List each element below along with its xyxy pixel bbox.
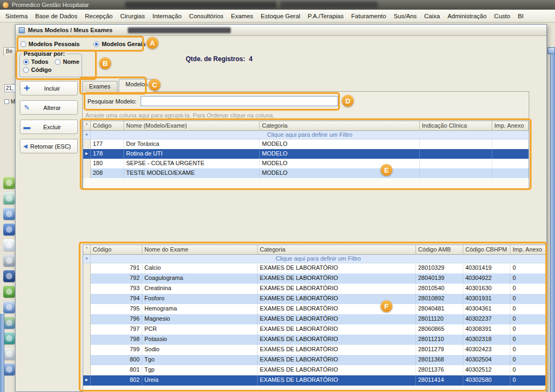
table-row[interactable]: 791CalcioEXAMES DE LABORATÓRIO2801032940… [83, 263, 546, 273]
world-mail-icon[interactable] [3, 332, 15, 344]
users-icon[interactable] [3, 317, 15, 329]
row-indicator [83, 139, 91, 149]
globe-green-icon[interactable] [3, 286, 15, 298]
table-row[interactable]: ▸802UreiaEXAMES DE LABORATÓRIO2801141440… [83, 375, 546, 386]
tab-exames[interactable]: Exames [82, 81, 118, 92]
globe-dark-icon[interactable] [3, 270, 15, 282]
table-row[interactable]: 208TESTE MODELO/EXAMEMODELO [83, 168, 529, 178]
cell: 0 [510, 345, 546, 355]
radio-selected-icon[interactable] [23, 59, 29, 65]
table-row[interactable]: 801TgpEXAMES DE LABORATÓRIO2801137640302… [83, 365, 546, 375]
retornar-button[interactable]: ◄ Retornar (ESC) [20, 139, 78, 153]
table-row[interactable]: 180SEPSE - COLETA URGENTEMODELO [83, 159, 529, 168]
cell: 40302318 [463, 335, 510, 345]
button-label: Retornar (ESC) [30, 143, 77, 150]
menu-item-sus-ans[interactable]: Sus/Ans [390, 11, 420, 21]
cell: 0 [510, 355, 546, 365]
background-field-fragment[interactable]: 21, [4, 84, 16, 92]
column-header-codigo[interactable]: Código [91, 245, 142, 255]
column-header-nome[interactable]: Nome (Modelo/Exame) [124, 121, 260, 131]
table-row[interactable]: 796MagnesioEXAMES DE LABORATÓRIO28011120… [83, 314, 546, 324]
window-header[interactable]: Meus Modelos / Meus Exames [16, 25, 546, 36]
cell: 794 [91, 294, 142, 304]
menu-item-bi[interactable]: BI [514, 11, 528, 21]
menu-item-administracao[interactable]: Administração [444, 11, 491, 21]
table-row[interactable]: 799SodioEXAMES DE LABORATÓRIO28011279403… [83, 345, 546, 355]
column-header-categoria[interactable]: Categoria [260, 121, 420, 131]
cell: 40304361 [463, 304, 510, 314]
menu-item-exames[interactable]: Exames [227, 11, 257, 21]
radio-selected-icon[interactable] [93, 41, 99, 47]
radio-nome[interactable]: Nome [55, 58, 79, 65]
column-header-codigo-cbhpm[interactable]: Código CBHPM [463, 245, 510, 255]
patient-icon[interactable] [3, 208, 15, 220]
menu-item-caixa[interactable]: Caixa [420, 11, 443, 21]
button-label: Incluir [33, 85, 77, 92]
cell: Tgp [142, 365, 258, 375]
pencil-icon[interactable] [3, 301, 15, 313]
menu-item-pa-terapias[interactable]: P.A./Terapias [304, 11, 347, 21]
herb-icon[interactable] [3, 177, 15, 189]
exams-table-body: 791CalcioEXAMES DE LABORATÓRIO2801032940… [83, 263, 546, 386]
column-header-categoria[interactable]: Categoria [258, 245, 416, 255]
right-scrollbar-strip[interactable] [550, 47, 555, 392]
table-row[interactable]: 798PotassioEXAMES DE LABORATÓRIO28011210… [83, 335, 546, 345]
background-tab-fragment[interactable]: Be [3, 47, 16, 56]
column-header-imp-anexo[interactable]: Imp. Anexo [510, 245, 546, 255]
menu-item-consultorios[interactable]: Consultórios [185, 11, 227, 21]
incluir-button[interactable]: ✚ Incluir [20, 81, 78, 95]
search-model-input[interactable] [141, 96, 338, 106]
filter-row[interactable]: ▼ Clique aqui para definir um Filtro [83, 131, 529, 139]
document-edit-icon[interactable] [3, 348, 15, 360]
menu-item-faturamento[interactable]: Faturamento [347, 11, 390, 21]
table-row[interactable]: 793CreatininaEXAMES DE LABORATÓRIO280105… [83, 284, 546, 294]
cell: 40302237 [463, 314, 510, 324]
column-header-imp-anexo[interactable]: Imp. Anexo [492, 121, 529, 131]
column-header-nome-do-exame[interactable]: Nome do Exame [142, 245, 258, 255]
table-row[interactable]: 800TgoEXAMES DE LABORATÓRIO2801136840302… [83, 355, 546, 365]
user-search-icon[interactable] [3, 364, 15, 375]
table-row[interactable]: 792CoagulogramaEXAMES DE LABORATÓRIO2804… [83, 273, 546, 284]
radio-icon[interactable] [55, 59, 61, 65]
checkbox-icon[interactable] [4, 99, 9, 104]
table-row[interactable]: ▸178Rotina de UTIMODELO [83, 149, 529, 159]
table-row[interactable]: 794FosforoEXAMES DE LABORATÓRIO280108924… [83, 294, 546, 304]
cell: EXAMES DE LABORATÓRIO [258, 355, 416, 365]
radio-modelos-gerais[interactable]: Modelos Gerais [93, 41, 145, 47]
redacted-text [280, 2, 378, 8]
checklist-icon[interactable] [3, 239, 15, 251]
background-checkbox-fragment[interactable]: M [4, 99, 15, 105]
cell: 28011279 [416, 345, 463, 355]
table-row[interactable]: 795HemogramaEXAMES DE LABORATÓRIO2804048… [83, 304, 546, 314]
cell: SEPSE - COLETA URGENTE [124, 159, 260, 168]
column-header-codigo-amb[interactable]: Código AMB [416, 245, 463, 255]
radio-codigo[interactable]: Código [23, 66, 52, 73]
exams-table-header: * Código Nome do Exame Categoria Código … [83, 245, 546, 255]
radio-icon[interactable] [20, 41, 26, 47]
doctor-icon[interactable] [3, 193, 15, 204]
menu-item-sistema[interactable]: Sistema [2, 11, 32, 21]
filter-row[interactable]: ▼ Clique aqui para definir um Filtro [83, 255, 546, 263]
column-header-codigo[interactable]: Código [91, 121, 124, 131]
record-indicator-column-header[interactable]: * [83, 121, 91, 131]
menu-item-cirurgias[interactable]: Cirurgias [116, 11, 149, 21]
excluir-button[interactable]: ▬ Excluir [20, 120, 78, 134]
menu-item-base-de-dados[interactable]: Base de Dados [32, 11, 82, 21]
row-indicator [83, 324, 91, 335]
menu-item-internacao[interactable]: Internação [149, 11, 185, 21]
menu-item-custo[interactable]: Custo [491, 11, 514, 21]
scrollbar-up-button[interactable] [547, 47, 555, 54]
menu-item-recepcao[interactable]: Recepção [81, 11, 116, 21]
cell: Dor Toráxica [124, 139, 260, 149]
alterar-button[interactable]: ✎ Alterar [20, 100, 78, 115]
radio-todos[interactable]: Todos [23, 58, 48, 65]
radio-modelos-pessoais[interactable]: Modelos Pessoais [20, 41, 79, 47]
menu-item-estoque-geral[interactable]: Estoque Geral [257, 11, 304, 21]
table-row[interactable]: 177Dor ToráxicaMODELO [83, 139, 529, 149]
record-indicator-column-header[interactable]: * [83, 245, 91, 255]
printer-icon[interactable] [3, 255, 15, 267]
column-header-indicacao-clinica[interactable]: Indicação Clínica [420, 121, 492, 131]
radio-icon[interactable] [23, 67, 29, 73]
table-row[interactable]: 797PCREXAMES DE LABORATÓRIO2806086540308… [83, 324, 546, 335]
book-icon[interactable] [3, 224, 15, 235]
